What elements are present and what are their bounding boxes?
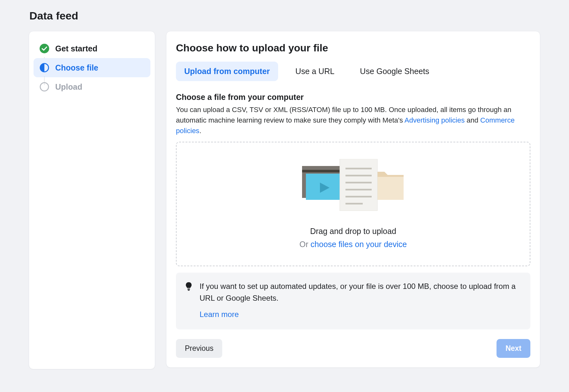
step-get-started[interactable]: Get started (34, 39, 150, 58)
dropzone-secondary-text: Or choose files on your device (300, 240, 407, 249)
svg-point-2 (40, 83, 49, 91)
step-label: Upload (55, 82, 82, 92)
tab-use-google-sheets[interactable]: Use Google Sheets (352, 62, 437, 81)
empty-circle-icon (39, 82, 49, 92)
step-upload: Upload (34, 77, 150, 96)
section-description: You can upload a CSV, TSV or XML (RSS/AT… (176, 104, 530, 136)
svg-point-0 (40, 44, 49, 53)
tab-use-url[interactable]: Use a URL (287, 62, 343, 81)
step-label: Choose file (55, 63, 98, 72)
main-title: Choose how to upload your file (176, 42, 530, 54)
advertising-policies-link[interactable]: Advertising policies (405, 116, 465, 124)
description-mid: and (465, 116, 480, 124)
previous-button[interactable]: Previous (176, 339, 222, 358)
file-dropzone[interactable]: Drag and drop to upload Or choose files … (176, 142, 530, 266)
tab-upload-from-computer[interactable]: Upload from computer (176, 62, 278, 81)
check-circle-icon (39, 43, 49, 54)
step-choose-file[interactable]: Choose file (34, 58, 150, 77)
choose-files-link[interactable]: choose files on your device (311, 240, 407, 249)
page-title: Data feed (29, 10, 540, 22)
upload-illustration (289, 159, 417, 213)
upload-method-tabs: Upload from computer Use a URL Use Googl… (176, 62, 530, 81)
learn-more-link[interactable]: Learn more (200, 308, 521, 320)
footer-buttons: Previous Next (176, 339, 530, 358)
dropzone-primary-text: Drag and drop to upload (310, 227, 396, 236)
lightbulb-icon (185, 282, 193, 292)
dropzone-or: Or (300, 240, 311, 249)
tip-text: If you want to set up automated updates,… (200, 282, 516, 302)
description-post: . (199, 127, 201, 135)
half-circle-icon (39, 63, 49, 73)
svg-rect-15 (188, 290, 190, 291)
main-panel: Choose how to upload your file Upload fr… (166, 31, 540, 368)
next-button[interactable]: Next (497, 339, 530, 358)
wizard-sidebar: Get started Choose file (29, 31, 155, 369)
section-subtitle: Choose a file from your computer (176, 93, 530, 102)
step-label: Get started (55, 44, 97, 53)
tip-box: If you want to set up automated updates,… (176, 273, 530, 329)
svg-rect-14 (187, 289, 190, 290)
